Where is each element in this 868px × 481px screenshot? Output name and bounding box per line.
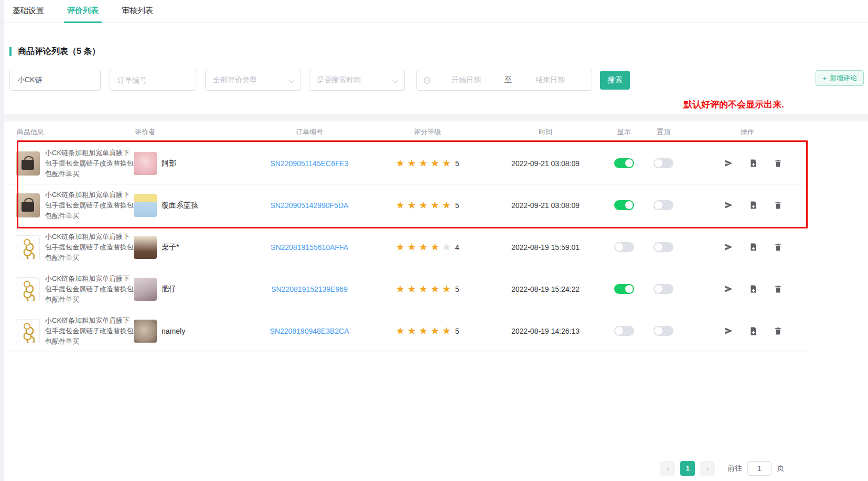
end-date-placeholder[interactable]: 结束日期 (515, 75, 585, 85)
order-number-link[interactable]: SN2209051145EC6FE3 (270, 159, 348, 168)
add-review-label: 新增评论 (830, 73, 857, 83)
top-toggle[interactable] (653, 200, 673, 210)
table-row: 小CK链条加粗加宽单肩腋下包手提包金属链子改造替换包包配件单买 namely S… (4, 310, 812, 352)
delete-button[interactable] (774, 201, 783, 210)
chevron-down-icon (288, 77, 294, 83)
delete-button[interactable] (774, 159, 783, 168)
product-title: 小CK链条加粗加宽单肩腋下包手提包金属链子改造替换包包配件单买 (45, 190, 134, 221)
header-top: 置顶 (640, 127, 687, 137)
tab-audit-list[interactable]: 审核列表 (119, 0, 156, 23)
review-time: 2022-08-19 14:26:13 (511, 327, 580, 335)
file-plus-icon (749, 243, 758, 252)
trash-icon (774, 159, 783, 168)
product-image (16, 193, 40, 217)
rating-value: 5 (455, 201, 459, 210)
product-image (16, 235, 40, 259)
add-note-button[interactable] (749, 243, 758, 252)
page: 基础设置 评价列表 审核列表 商品评论列表（5 条） + 新增评论 全部评价类型… (4, 0, 868, 481)
order-number-link[interactable]: SN220905142990F5DA (271, 201, 349, 210)
search-button[interactable]: 搜索 (600, 71, 630, 90)
header-display: 显示 (608, 127, 640, 137)
file-plus-icon (749, 285, 758, 293)
delete-button[interactable] (774, 326, 783, 336)
header-order: 订单编号 (247, 127, 372, 137)
add-note-button[interactable] (749, 201, 758, 210)
start-date-placeholder[interactable]: 开始日期 (431, 75, 501, 85)
star-filled-icon: ★ (431, 200, 440, 210)
send-reply-button[interactable] (724, 201, 734, 210)
star-rating: ★★★★★ (395, 200, 451, 210)
star-filled-icon: ★ (408, 158, 416, 168)
send-reply-button[interactable] (724, 159, 734, 168)
add-review-button[interactable]: + 新增评论 (816, 70, 864, 86)
paper-plane-icon (724, 243, 733, 252)
chevron-right-icon: › (706, 464, 709, 473)
paper-plane-icon (724, 326, 733, 335)
reviewer-avatar (134, 194, 157, 217)
order-number-input[interactable] (110, 70, 196, 91)
product-image (16, 277, 40, 301)
display-toggle[interactable] (614, 158, 634, 168)
star-filled-icon: ★ (408, 200, 416, 210)
order-number-link[interactable]: SN220819152139E969 (271, 285, 348, 293)
pagination: ‹ 1 › 前往 页 (4, 455, 868, 481)
send-reply-button[interactable] (724, 243, 734, 252)
header-time: 时间 (483, 127, 608, 137)
file-plus-icon (749, 159, 758, 168)
send-reply-button[interactable] (724, 326, 734, 336)
top-toggle[interactable] (653, 284, 673, 294)
date-range-picker[interactable]: 开始日期 至 结束日期 (416, 70, 592, 91)
file-plus-icon (749, 201, 758, 210)
star-filled-icon: ★ (395, 200, 404, 210)
header-reviewer: 评价者 (134, 127, 247, 137)
top-toggle[interactable] (653, 326, 673, 336)
product-title: 小CK链条加粗加宽单肩腋下包手提包金属链子改造替换包包配件单买 (45, 232, 134, 263)
star-filled-icon: ★ (431, 242, 440, 252)
delete-button[interactable] (774, 285, 783, 294)
send-reply-button[interactable] (724, 285, 734, 294)
add-note-button[interactable] (749, 159, 758, 168)
product-title: 小CK链条加粗加宽单肩腋下包手提包金属链子改造替换包包配件单买 (45, 315, 134, 347)
tab-basic-settings[interactable]: 基础设置 (9, 0, 47, 23)
reviewer-name: namely (162, 327, 185, 335)
order-number-link[interactable]: SN2208190948E3B2CA (270, 327, 349, 335)
reviewer-avatar (134, 236, 157, 259)
product-search-input[interactable] (9, 70, 101, 91)
rating-value: 5 (455, 285, 459, 293)
star-rating: ★★★★★ (395, 242, 451, 252)
top-toggle[interactable] (653, 158, 673, 168)
top-toggle[interactable] (653, 242, 673, 252)
add-note-button[interactable] (749, 326, 758, 336)
time-search-select[interactable]: 是否搜索时间 (309, 70, 405, 91)
display-toggle[interactable] (614, 242, 634, 252)
star-filled-icon: ★ (395, 242, 404, 252)
table-row: 小CK链条加粗加宽单肩腋下包手提包金属链子改造替换包包配件单买 栗子* SN22… (4, 226, 812, 268)
product-image (16, 151, 40, 176)
star-empty-icon: ★ (442, 242, 451, 252)
star-filled-icon: ★ (408, 242, 416, 252)
prev-page-button[interactable]: ‹ (660, 461, 675, 476)
star-filled-icon: ★ (419, 200, 428, 210)
goto-page-input[interactable] (747, 461, 771, 476)
tab-bar: 基础设置 评价列表 审核列表 (4, 0, 868, 23)
star-filled-icon: ★ (419, 158, 428, 168)
review-type-select[interactable]: 全部评价类型 (205, 70, 301, 91)
tab-review-list[interactable]: 评价列表 (64, 0, 102, 23)
display-toggle[interactable] (614, 284, 634, 294)
delete-button[interactable] (774, 243, 783, 252)
rating-value: 5 (455, 159, 459, 168)
header-rating: 评分等级 (372, 127, 483, 137)
review-time: 2022-08-19 15:59:01 (511, 243, 580, 252)
star-filled-icon: ★ (419, 326, 428, 336)
red-annotation-note: 默认好评的不会显示出来. (683, 99, 784, 111)
review-time: 2022-09-21 03:08:09 (511, 159, 580, 168)
product-title: 小CK链条加粗加宽单肩腋下包手提包金属链子改造替换包包配件单买 (45, 274, 134, 305)
display-toggle[interactable] (614, 200, 634, 210)
page-number-button[interactable]: 1 (680, 461, 695, 476)
goto-label: 前往 (727, 464, 742, 473)
next-page-button[interactable]: › (700, 461, 715, 476)
add-note-button[interactable] (749, 285, 758, 294)
display-toggle[interactable] (614, 326, 634, 336)
star-filled-icon: ★ (431, 158, 440, 168)
order-number-link[interactable]: SN220819155610AFFA (271, 243, 348, 252)
